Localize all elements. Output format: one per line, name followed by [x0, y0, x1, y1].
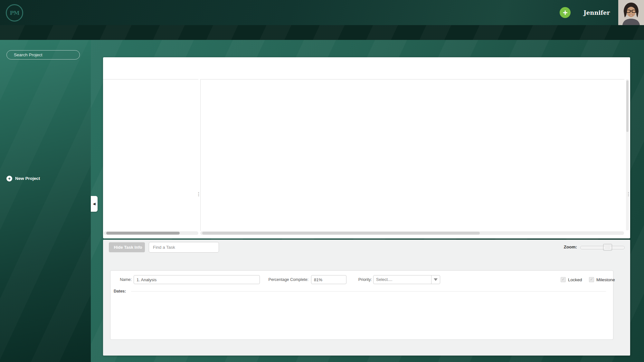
sidebar-collapse-button[interactable]: ◀ [91, 196, 98, 212]
locked-label: Locked [568, 277, 582, 282]
checkbox-check-icon: ✓ [561, 277, 566, 282]
chart-scrollbar[interactable] [200, 231, 624, 235]
user-menu[interactable]: Jennifer [583, 9, 613, 16]
task-general-form: Name: Percentage Complete: Priority: Sel… [110, 270, 613, 340]
milestone-label: Milestone [596, 277, 615, 282]
chart-splitter-handle[interactable]: ••• [628, 192, 630, 197]
new-project-button[interactable]: + New Project [0, 172, 40, 184]
find-task-box[interactable] [149, 242, 219, 253]
search-input[interactable] [13, 52, 76, 58]
table-scrollbar[interactable] [104, 231, 198, 235]
priority-select[interactable]: Select.... [373, 275, 440, 284]
name-label: Name: [113, 275, 132, 284]
dates-label: Dates: [114, 289, 126, 293]
top-nav-right: + Jennifer [560, 0, 613, 25]
project-search[interactable] [6, 50, 80, 60]
task-info-panel: Hide Task Info Zoom: Name: Percentage Co… [103, 240, 630, 356]
zoom-slider-thumb[interactable] [603, 244, 612, 251]
project-sidebar: + New Project [0, 40, 91, 362]
milestone-checkbox[interactable]: ✓ Milestone [589, 277, 615, 282]
vertical-scrollbar[interactable] [626, 79, 629, 230]
percentage-complete-label: Percentage Complete: [257, 275, 308, 284]
top-nav: PM + Jennifer [0, 0, 644, 25]
app: PM + Jennifer [0, 0, 644, 362]
checkbox-check-icon: ✓ [589, 277, 594, 282]
name-field[interactable] [134, 275, 260, 284]
divider [131, 291, 606, 292]
add-new-button[interactable]: + [560, 7, 571, 18]
hide-task-info-label: Hide Task Info [114, 245, 142, 250]
pm-logo[interactable]: PM [6, 4, 23, 22]
pm-logo-text: PM [10, 10, 19, 16]
project-nav-icons [622, 25, 636, 40]
find-task-input[interactable] [152, 245, 213, 250]
gantt-chart [200, 79, 624, 231]
priority-label: Priority: [333, 275, 372, 284]
zoom-label: Zoom: [556, 245, 577, 249]
locked-checkbox[interactable]: ✓ Locked [561, 277, 582, 282]
task-table [103, 79, 198, 231]
avatar[interactable] [618, 0, 644, 25]
priority-dropdown-arrow[interactable] [431, 275, 440, 284]
send-paper-plane-icon[interactable] [613, 259, 623, 269]
table-splitter-handle[interactable]: ••• [198, 192, 201, 197]
hide-task-info-button[interactable]: Hide Task Info [109, 242, 145, 252]
user-name: Jennifer [583, 9, 610, 16]
gantt-panel: ••• ••• [103, 57, 630, 238]
zoom-slider-track[interactable] [580, 246, 625, 249]
plus-icon: + [6, 176, 12, 181]
new-project-label: New Project [15, 176, 40, 181]
project-nav [0, 25, 644, 40]
priority-value: Select.... [376, 277, 393, 282]
